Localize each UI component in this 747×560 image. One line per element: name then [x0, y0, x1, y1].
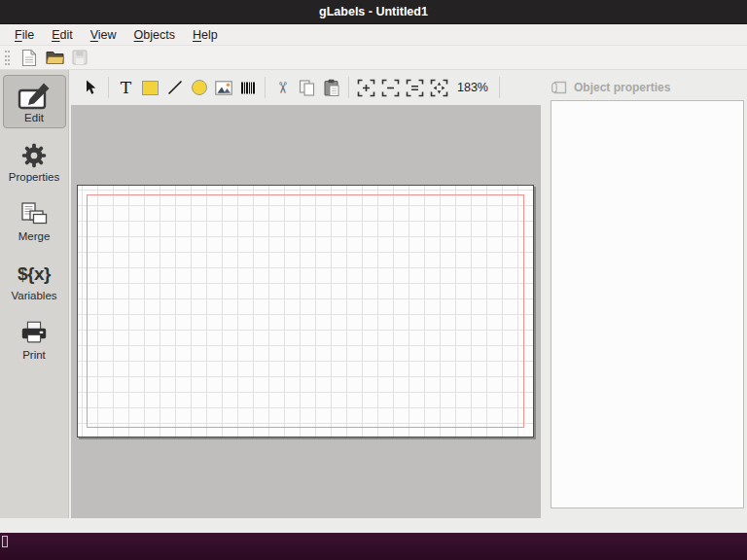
printer-icon: [4, 318, 65, 348]
toolbar-separator: [348, 77, 349, 98]
zoom-to-fit-icon: [430, 79, 448, 97]
copy-icon: [299, 80, 315, 96]
toolbar-separator: [265, 77, 266, 98]
new-document-button[interactable]: [17, 47, 42, 69]
zoom-out-icon: [381, 79, 400, 97]
scissors-icon: ✂: [273, 81, 292, 93]
open-document-button[interactable]: [42, 47, 67, 69]
zoom-to-fit-button[interactable]: [427, 75, 451, 100]
sidebar: Edit Properties: [0, 70, 69, 518]
gear-icon: [4, 140, 65, 170]
zoom-in-icon: [357, 79, 375, 97]
text-tool-icon: T: [121, 80, 131, 96]
image-tool-icon: [215, 81, 232, 95]
menu-edit[interactable]: Edit: [43, 26, 82, 44]
barcode-tool-button[interactable]: [235, 75, 260, 100]
open-folder-icon: [46, 50, 64, 65]
cut-button[interactable]: ✂: [270, 75, 295, 100]
edit-pencil-icon: [4, 81, 65, 111]
barcode-tool-icon: [240, 82, 256, 94]
sidebar-label: Edit: [4, 112, 65, 123]
drawing-toolbar: T: [69, 70, 541, 105]
save-document-button[interactable]: [67, 47, 92, 69]
paste-button[interactable]: [319, 75, 343, 100]
toolbar-separator: [499, 77, 500, 98]
window-title: gLabels - Untitled1: [319, 5, 428, 18]
label-margin-guide: [87, 194, 524, 428]
sidebar-label: Print: [4, 349, 65, 361]
zoom-level-indicator: 183%: [457, 81, 488, 94]
ellipse-tool-icon: [192, 80, 207, 95]
statusbar: [0, 518, 747, 533]
toolbar-drag-handle[interactable]: [5, 51, 10, 65]
menu-help[interactable]: Help: [184, 26, 227, 44]
label-template[interactable]: [77, 185, 534, 438]
zoom-1-to-1-button[interactable]: [403, 75, 427, 100]
sidebar-item-properties[interactable]: Properties: [3, 134, 66, 188]
sidebar-item-variables[interactable]: ${x} Variables: [3, 253, 66, 306]
line-tool-button[interactable]: [162, 75, 187, 100]
sidebar-item-merge[interactable]: Merge: [3, 193, 66, 247]
zoom-1-to-1-icon: [406, 79, 424, 97]
desktop-background: [0, 533, 747, 560]
panel-header: Object properties: [541, 70, 747, 95]
copy-button[interactable]: [295, 75, 319, 100]
design-canvas[interactable]: [71, 105, 541, 518]
menu-file[interactable]: File: [6, 26, 43, 44]
content-area: T: [69, 70, 747, 518]
object-properties-panel: Object properties: [541, 70, 747, 518]
new-document-icon: [21, 49, 37, 67]
image-tool-button[interactable]: [211, 75, 235, 100]
menu-view[interactable]: View: [82, 26, 125, 44]
window-titlebar: gLabels - Untitled1: [0, 0, 747, 24]
zoom-out-button[interactable]: [378, 75, 403, 100]
line-tool-icon: [166, 79, 184, 96]
paste-clipboard-icon: [323, 79, 339, 96]
text-tool-button[interactable]: T: [114, 75, 138, 100]
sidebar-label: Variables: [4, 290, 65, 301]
panel-body: [551, 100, 744, 508]
box-tool-icon: [142, 81, 159, 95]
toolbar-separator: [108, 77, 109, 98]
menu-objects[interactable]: Objects: [125, 26, 184, 44]
panel-title: Object properties: [574, 81, 670, 94]
save-icon: [72, 50, 88, 65]
sidebar-label: Merge: [4, 230, 65, 242]
terminal-cursor: [2, 536, 8, 547]
arrow-cursor-icon: [85, 80, 97, 95]
sidebar-item-print[interactable]: Print: [3, 312, 66, 366]
sidebar-item-edit[interactable]: Edit: [3, 75, 66, 128]
box-tool-button[interactable]: [138, 75, 162, 100]
zoom-in-button[interactable]: [354, 75, 378, 100]
sidebar-label: Properties: [4, 171, 65, 183]
variables-icon: ${x}: [4, 259, 65, 289]
merge-documents-icon: [4, 199, 65, 229]
object-properties-icon: [551, 79, 567, 95]
file-toolbar: [0, 46, 747, 70]
ellipse-tool-button[interactable]: [187, 75, 211, 100]
menubar: File Edit View Objects Help: [0, 24, 747, 46]
select-tool-button[interactable]: [79, 75, 103, 100]
